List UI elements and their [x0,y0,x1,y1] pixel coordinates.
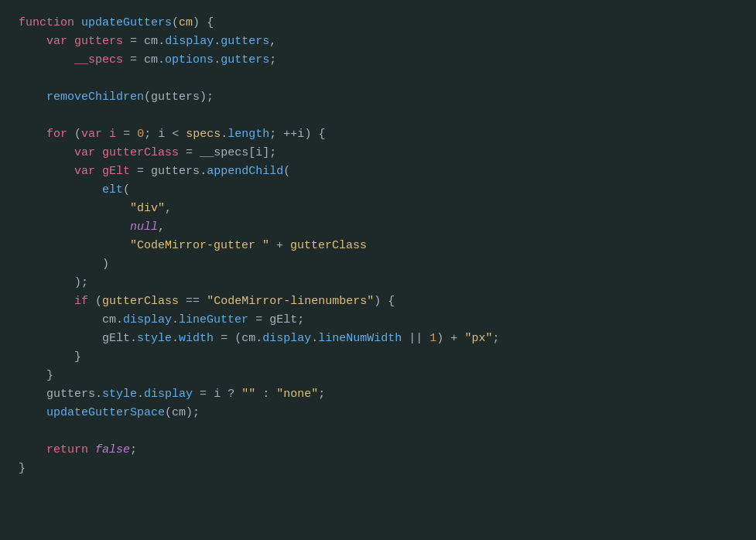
prop-gutters-1: gutters [221,35,269,48]
keyword-var-3: var [74,146,95,159]
prop-style-2: style [102,388,137,401]
keyword-var-1: var [46,35,67,48]
var-i-ref-3: i [214,388,221,401]
keyword-if: if [74,295,88,308]
prop-linegutter: lineGutter [179,313,248,326]
prop-style: style [137,332,172,345]
str-px: "px" [464,332,492,345]
function-name: updateGutters [81,16,172,29]
prop-display-1: display [165,35,214,48]
prop-width: width [179,332,214,345]
keyword-function: function [19,16,74,29]
var-gutterclass-ref: gutterClass [290,239,367,252]
call-updategutterspace: updateGutterSpace [46,406,165,419]
var-i-ref: i [158,128,165,141]
specs-ref: specs [186,128,221,141]
prop-display-3: display [262,332,311,345]
str-div: "div" [130,202,165,215]
var-gelt: gElt [102,165,130,178]
var-specs: __specs [74,53,123,67]
keyword-var-2: var [81,128,102,141]
gelt-ref-1: gElt [269,313,297,326]
cm-ref-5: cm [172,406,186,419]
prop-display-2: display [123,313,172,326]
prop-linenumwidth: lineNumWidth [318,332,402,345]
prop-display: display [144,388,193,401]
keyword-false: false [95,443,130,456]
prop-length: length [227,128,269,141]
method-appendchild: appendChild [207,165,283,178]
num-0: 0 [137,128,144,141]
str-none: "none" [276,388,318,401]
gutters-ref-2: gutters [46,388,95,401]
prop-gutters-2: gutters [221,53,269,67]
num-1: 1 [429,332,436,345]
cm-ref-2: cm [144,53,158,67]
str-empty: "" [241,388,255,401]
var-i-ref-2: i [255,146,262,159]
var-gutters: gutters [74,35,123,48]
var-gutterclass: gutterClass [102,146,179,159]
str-linenumbers: "CodeMirror-linenumbers" [207,295,374,308]
var-gutterclass-ref-2: gutterClass [102,295,179,308]
cm-ref-4: cm [241,332,255,345]
arg-gutters: gutters [151,91,200,104]
cm-ref-1: cm [144,35,158,48]
prop-options: options [165,53,214,67]
keyword-null: null [130,220,158,234]
code-editor: function updateGutters(cm) { var gutters… [19,14,737,478]
call-removechildren: removeChildren [46,91,144,104]
call-elt: elt [102,183,123,197]
cm-ref-3: cm [102,313,116,326]
gelt-ref-2: gElt [102,332,130,345]
specs-ref-2: __specs [200,146,248,159]
keyword-return: return [46,443,88,456]
str-codemirror-gutter: "CodeMirror-gutter " [130,239,269,252]
var-i: i [109,128,116,141]
keyword-var-4: var [74,165,95,178]
keyword-for: for [46,128,67,141]
gutters-ref: gutters [151,165,200,178]
param-cm: cm [179,16,193,29]
